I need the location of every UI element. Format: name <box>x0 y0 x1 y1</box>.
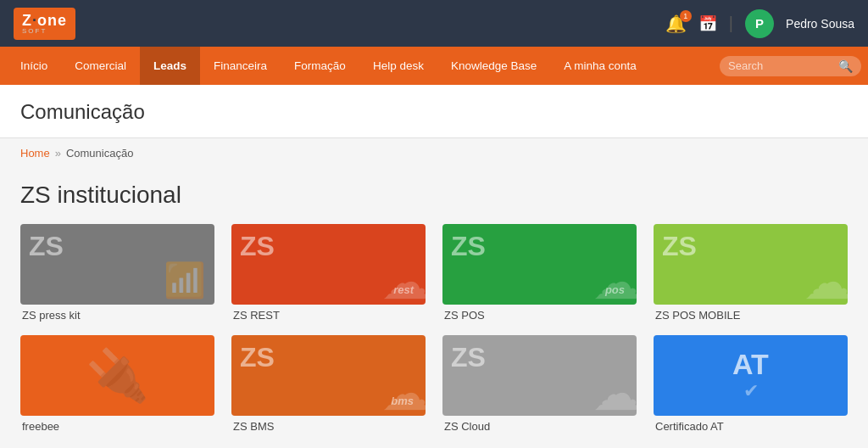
card-certat-at: AT <box>732 350 769 378</box>
logo-zone-text: Z·one <box>22 13 67 28</box>
avatar: P <box>745 9 774 38</box>
card-bms-zs: ZS <box>240 342 275 373</box>
notifications-button[interactable]: 🔔 1 <box>665 14 687 34</box>
breadcrumb-current: Comunicação <box>66 147 134 160</box>
main-content: ZS institucional ZS 📶 ZS press kit ZS ☁ … <box>0 168 868 448</box>
card-freebee[interactable]: 🔌 freebee <box>20 335 214 443</box>
section-title: ZS institucional <box>20 182 848 209</box>
card-posmobile[interactable]: ZS ☁ ZS POS MOBILE <box>654 224 848 332</box>
breadcrumb: Home » Comunicação <box>0 138 868 168</box>
logo[interactable]: Z·one SOFT <box>14 8 75 40</box>
breadcrumb-sep: » <box>55 147 61 160</box>
app-header: Z·one SOFT 🔔 1 📅 | P Pedro Sousa <box>0 0 868 47</box>
card-pos[interactable]: ZS ☁ pos ZS POS <box>442 224 637 332</box>
card-presskit-icon: 📶 <box>164 260 206 300</box>
search-input[interactable] <box>728 59 838 72</box>
nav-item-helpdesk[interactable]: Help desk <box>359 47 437 85</box>
card-posmobile-label: ZS POS MOBILE <box>654 305 848 332</box>
main-nav: Início Comercial Leads Financeira Formaç… <box>0 47 868 85</box>
page-header: Comunicação <box>0 85 868 138</box>
nav-item-formacao[interactable]: Formação <box>281 47 359 85</box>
card-cloud-zs: ZS <box>451 342 486 373</box>
card-certat[interactable]: AT ✔ Certificado AT <box>654 335 848 443</box>
card-cloud-label: ZS Cloud <box>442 416 637 443</box>
nav-item-minhaconta[interactable]: A minha conta <box>550 47 650 85</box>
card-presskit-zs: ZS <box>29 231 64 262</box>
nav-item-financeira[interactable]: Financeira <box>200 47 281 85</box>
header-divider: | <box>729 14 733 33</box>
card-pos-label: ZS POS <box>442 305 637 332</box>
card-certat-label: Certificado AT <box>654 416 848 443</box>
card-posmobile-zs: ZS <box>662 231 697 262</box>
card-bms[interactable]: ZS ☁ bms ZS BMS <box>231 335 426 443</box>
card-freebee-icon: 🔌 <box>86 345 149 406</box>
nav-item-knowledge[interactable]: Knowledge Base <box>437 47 550 85</box>
nav-item-inicio[interactable]: Início <box>7 47 61 85</box>
calendar-button[interactable]: 📅 <box>698 14 717 33</box>
card-rest-label: ZS REST <box>231 305 426 332</box>
card-rest-zs: ZS <box>240 231 275 262</box>
breadcrumb-home[interactable]: Home <box>20 147 50 160</box>
card-pos-cloud: ☁ <box>593 255 637 305</box>
card-pos-zs: ZS <box>451 231 486 262</box>
card-bms-sub: bms <box>391 395 414 407</box>
card-cloud[interactable]: ZS ☁ ZS Cloud <box>442 335 637 443</box>
card-posmobile-cloud: ☁ <box>804 255 848 305</box>
logo-soft-text: SOFT <box>22 28 47 35</box>
card-cloud-icon: ☁ <box>593 366 637 416</box>
card-freebee-label: freebee <box>20 416 214 443</box>
nav-item-comercial[interactable]: Comercial <box>61 47 140 85</box>
header-right: 🔔 1 📅 | P Pedro Sousa <box>665 9 854 38</box>
card-presskit[interactable]: ZS 📶 ZS press kit <box>20 224 214 332</box>
cards-grid: ZS 📶 ZS press kit ZS ☁ rest ZS REST ZS <box>20 224 848 443</box>
card-certat-check: ✔ <box>743 380 759 402</box>
card-rest[interactable]: ZS ☁ rest ZS REST <box>231 224 426 332</box>
notification-badge: 1 <box>680 10 692 22</box>
card-pos-sub: pos <box>605 283 625 296</box>
card-rest-sub: rest <box>393 283 414 296</box>
user-name: Pedro Sousa <box>786 17 854 31</box>
page-title: Comunicação <box>20 100 848 124</box>
card-bms-label: ZS BMS <box>231 416 426 443</box>
search-box[interactable]: 🔍 <box>720 56 861 76</box>
card-presskit-label: ZS press kit <box>20 305 214 332</box>
nav-item-leads[interactable]: Leads <box>140 47 200 85</box>
search-icon[interactable]: 🔍 <box>838 59 853 73</box>
card-bms-cloud: ☁ <box>381 366 426 416</box>
card-rest-cloud: ☁ <box>381 255 426 305</box>
